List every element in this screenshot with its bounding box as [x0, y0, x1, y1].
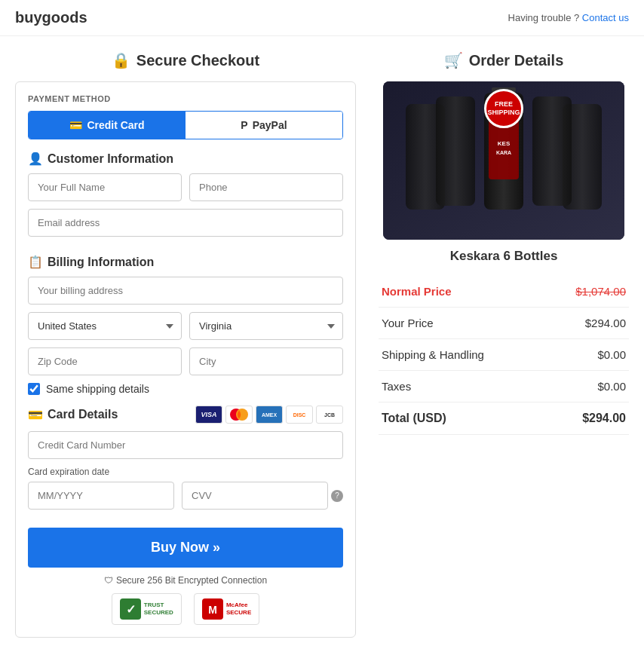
- cvv-group: ?: [182, 482, 343, 510]
- card-details-title: 💳 Card Details: [28, 408, 118, 422]
- taxes-row: Taxes $0.00: [379, 371, 629, 403]
- your-price-value: $294.00: [544, 308, 629, 339]
- billing-info-title: 📋 Billing Information: [28, 255, 343, 269]
- cvv-help-icon[interactable]: ?: [331, 490, 343, 502]
- svg-rect-10: [532, 96, 572, 206]
- checkout-title: 🔒 Secure Checkout: [15, 51, 356, 69]
- email-input[interactable]: [28, 209, 343, 237]
- svg-text:KARA: KARA: [496, 150, 511, 155]
- paypal-tab-label: PayPal: [253, 119, 287, 131]
- free-shipping-badge: FREE SHIPPING: [484, 89, 523, 128]
- paypal-icon: P: [241, 119, 247, 131]
- checkout-panel: 🔒 Secure Checkout PAYMENT METHOD 💳 Credi…: [15, 51, 356, 638]
- lock-icon: 🔒: [112, 51, 130, 69]
- shipping-row: Shipping & Handling $0.00: [379, 339, 629, 371]
- header: buygoods Having trouble ? Contact us: [0, 0, 644, 36]
- main-container: 🔒 Secure Checkout PAYMENT METHOD 💳 Credi…: [0, 36, 644, 652]
- billing-info-section: 📋 Billing Information United States Cana…: [28, 255, 343, 395]
- paypal-tab[interactable]: P PayPal: [186, 112, 342, 139]
- order-title: 🛒 Order Details: [379, 51, 629, 69]
- card-icon: 💳: [28, 408, 43, 422]
- state-select[interactable]: Virginia California New York Texas Flori…: [189, 312, 343, 340]
- discover-icon: DISC: [286, 406, 313, 424]
- svg-text:✓: ✓: [125, 603, 135, 616]
- shield-icon: 🛡: [104, 575, 113, 586]
- visa-icon: VISA: [195, 406, 222, 424]
- total-value: $294.00: [544, 403, 629, 435]
- amex-icon: AMEX: [256, 406, 283, 424]
- cvv-input[interactable]: [182, 482, 328, 510]
- trust-secured-badge: ✓ TRUSTSECURED: [112, 593, 182, 625]
- taxes-label: Taxes: [379, 371, 544, 403]
- same-shipping-checkbox[interactable]: [28, 383, 40, 395]
- expiry-input[interactable]: [28, 482, 174, 510]
- buy-now-button[interactable]: Buy Now »: [28, 528, 343, 568]
- payment-card: PAYMENT METHOD 💳 Credit Card P PayPal 👤 …: [15, 81, 356, 638]
- expiry-cvv-row: ?: [28, 482, 343, 510]
- card-details-header: 💳 Card Details VISA AMEX DISC JCB: [28, 406, 343, 424]
- shipping-label: Shipping & Handling: [379, 339, 544, 371]
- payment-tab-group: 💳 Credit Card P PayPal: [28, 111, 343, 139]
- name-phone-row: [28, 173, 343, 201]
- svg-rect-12: [489, 119, 519, 179]
- country-select[interactable]: United States Canada United Kingdom Aust…: [28, 312, 182, 340]
- person-icon: 👤: [28, 152, 43, 166]
- contact-link[interactable]: Contact us: [582, 12, 629, 23]
- mastercard-icon: [225, 406, 253, 424]
- same-shipping-label: Same shipping details: [46, 383, 149, 395]
- trust-badges: ✓ TRUSTSECURED M McAfeeSECURE: [28, 593, 343, 625]
- payment-method-label: PAYMENT METHOD: [28, 94, 343, 103]
- customer-info-title: 👤 Customer Information: [28, 152, 343, 166]
- header-help: Having trouble ? Contact us: [508, 12, 629, 23]
- help-text: Having trouble ?: [508, 12, 580, 23]
- credit-card-tab[interactable]: 💳 Credit Card: [29, 112, 186, 139]
- expiry-label: Card expiration date: [28, 467, 343, 477]
- billing-address-input[interactable]: [28, 277, 343, 305]
- total-label: Total (USD): [379, 403, 544, 435]
- billing-icon: 📋: [28, 255, 43, 269]
- full-name-input[interactable]: [28, 173, 182, 201]
- price-table: Normal Price $1,074.00 Your Price $294.0…: [379, 276, 629, 435]
- shipping-value: $0.00: [544, 339, 629, 371]
- your-price-row: Your Price $294.00: [379, 308, 629, 339]
- credit-card-icon: 💳: [69, 119, 82, 131]
- jcb-icon: JCB: [316, 406, 343, 424]
- credit-card-tab-label: Credit Card: [87, 119, 144, 131]
- svg-text:KES: KES: [498, 140, 511, 147]
- normal-price-row: Normal Price $1,074.00: [379, 276, 629, 308]
- card-number-input[interactable]: [28, 431, 343, 459]
- logo: buygoods: [15, 9, 87, 26]
- product-image-container: KES KARA FREE SHIPPING: [379, 81, 629, 240]
- same-shipping-row: Same shipping details: [28, 383, 343, 395]
- card-details-section: 💳 Card Details VISA AMEX DISC JCB Car: [28, 406, 343, 510]
- card-icons-group: VISA AMEX DISC JCB: [195, 406, 343, 424]
- cart-icon: 🛒: [444, 51, 463, 69]
- taxes-value: $0.00: [544, 371, 629, 403]
- mcafee-badge: M McAfeeSECURE: [194, 593, 259, 625]
- city-input[interactable]: [189, 347, 343, 375]
- zip-city-row: [28, 347, 343, 375]
- zip-input[interactable]: [28, 347, 182, 375]
- product-name: Keskara 6 Bottles: [379, 249, 629, 264]
- normal-price-value: $1,074.00: [544, 276, 629, 308]
- your-price-label: Your Price: [379, 308, 544, 339]
- svg-text:M: M: [208, 604, 217, 616]
- total-row: Total (USD) $294.00: [379, 403, 629, 435]
- secure-note: 🛡 Secure 256 Bit Encrypted Connection: [28, 575, 343, 586]
- phone-input[interactable]: [189, 173, 343, 201]
- logo-text: buygoods: [15, 9, 87, 26]
- svg-rect-9: [436, 96, 475, 206]
- customer-info-section: 👤 Customer Information: [28, 152, 343, 244]
- normal-price-label: Normal Price: [379, 276, 544, 308]
- country-state-row: United States Canada United Kingdom Aust…: [28, 312, 343, 340]
- order-details-panel: 🛒 Order Details: [379, 51, 629, 638]
